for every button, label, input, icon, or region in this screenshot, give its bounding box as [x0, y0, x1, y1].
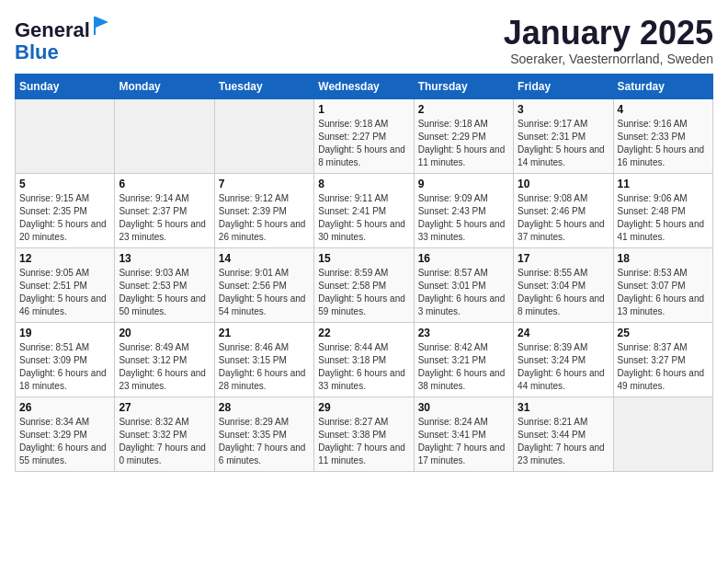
svg-marker-0 — [94, 17, 108, 35]
day-number: 8 — [318, 178, 409, 190]
day-info: Sunrise: 9:11 AM Sunset: 2:41 PM Dayligh… — [318, 192, 409, 244]
day-info: Sunrise: 8:34 AM Sunset: 3:29 PM Dayligh… — [19, 416, 110, 467]
day-number: 5 — [19, 178, 110, 190]
calendar-cell: 15Sunrise: 8:59 AM Sunset: 2:58 PM Dayli… — [314, 247, 414, 322]
day-number: 10 — [518, 178, 609, 190]
calendar-cell: 3Sunrise: 9:17 AM Sunset: 2:31 PM Daylig… — [514, 98, 613, 173]
day-info: Sunrise: 8:46 AM Sunset: 3:15 PM Dayligh… — [219, 341, 310, 393]
page-header: General Blue January 2025 Soeraker, Vaes… — [15, 15, 713, 66]
weekday-header-row: SundayMondayTuesdayWednesdayThursdayFrid… — [16, 74, 713, 98]
logo: General Blue — [15, 15, 114, 63]
day-number: 29 — [318, 401, 409, 414]
calendar-cell: 25Sunrise: 8:37 AM Sunset: 3:27 PM Dayli… — [613, 322, 712, 396]
week-row-5: 26Sunrise: 8:34 AM Sunset: 3:29 PM Dayli… — [16, 396, 713, 471]
calendar-cell: 9Sunrise: 9:09 AM Sunset: 2:43 PM Daylig… — [414, 173, 513, 247]
day-info: Sunrise: 8:29 AM Sunset: 3:35 PM Dayligh… — [219, 416, 310, 467]
day-number: 18 — [618, 252, 709, 265]
week-row-4: 19Sunrise: 8:51 AM Sunset: 3:09 PM Dayli… — [16, 322, 713, 396]
calendar-cell: 27Sunrise: 8:32 AM Sunset: 3:32 PM Dayli… — [115, 396, 214, 471]
day-number: 3 — [518, 103, 609, 116]
day-number: 21 — [219, 327, 310, 339]
day-number: 28 — [219, 401, 310, 414]
calendar-cell: 30Sunrise: 8:24 AM Sunset: 3:41 PM Dayli… — [414, 396, 513, 471]
weekday-header-tuesday: Tuesday — [214, 74, 313, 98]
calendar-table: SundayMondayTuesdayWednesdayThursdayFrid… — [15, 74, 713, 472]
calendar-cell: 18Sunrise: 8:53 AM Sunset: 3:07 PM Dayli… — [613, 247, 712, 322]
day-number: 11 — [618, 178, 709, 190]
day-number: 22 — [318, 327, 409, 339]
day-number: 12 — [19, 252, 110, 265]
day-number: 4 — [618, 103, 709, 116]
day-number: 24 — [518, 327, 609, 339]
day-info: Sunrise: 9:06 AM Sunset: 2:48 PM Dayligh… — [618, 192, 709, 244]
day-number: 13 — [119, 252, 210, 265]
calendar-cell: 4Sunrise: 9:16 AM Sunset: 2:33 PM Daylig… — [613, 98, 712, 173]
week-row-1: 1Sunrise: 9:18 AM Sunset: 2:27 PM Daylig… — [16, 98, 713, 173]
day-info: Sunrise: 9:18 AM Sunset: 2:27 PM Dayligh… — [318, 118, 409, 169]
location: Soeraker, Vaesternorrland, Sweden — [504, 52, 713, 66]
logo-blue: Blue — [15, 40, 59, 63]
day-info: Sunrise: 9:15 AM Sunset: 2:35 PM Dayligh… — [19, 192, 110, 244]
day-info: Sunrise: 8:27 AM Sunset: 3:38 PM Dayligh… — [318, 416, 409, 467]
title-block: January 2025 Soeraker, Vaesternorrland, … — [504, 15, 713, 66]
weekday-header-sunday: Sunday — [16, 74, 115, 98]
day-info: Sunrise: 9:03 AM Sunset: 2:53 PM Dayligh… — [119, 267, 210, 318]
calendar-cell: 31Sunrise: 8:21 AM Sunset: 3:44 PM Dayli… — [514, 396, 613, 471]
day-info: Sunrise: 8:49 AM Sunset: 3:12 PM Dayligh… — [119, 341, 210, 393]
calendar-cell: 1Sunrise: 9:18 AM Sunset: 2:27 PM Daylig… — [314, 98, 414, 173]
calendar-cell: 29Sunrise: 8:27 AM Sunset: 3:38 PM Dayli… — [314, 396, 414, 471]
day-info: Sunrise: 8:24 AM Sunset: 3:41 PM Dayligh… — [418, 416, 509, 467]
day-number: 31 — [518, 401, 609, 414]
month-title: January 2025 — [504, 15, 713, 52]
calendar-cell: 19Sunrise: 8:51 AM Sunset: 3:09 PM Dayli… — [16, 322, 115, 396]
calendar-cell: 6Sunrise: 9:14 AM Sunset: 2:37 PM Daylig… — [115, 173, 214, 247]
day-number: 19 — [19, 327, 110, 339]
calendar-cell: 17Sunrise: 8:55 AM Sunset: 3:04 PM Dayli… — [514, 247, 613, 322]
calendar-cell: 11Sunrise: 9:06 AM Sunset: 2:48 PM Dayli… — [613, 173, 712, 247]
day-number: 25 — [618, 327, 709, 339]
day-info: Sunrise: 8:59 AM Sunset: 2:58 PM Dayligh… — [318, 267, 409, 318]
day-number: 2 — [418, 103, 509, 116]
day-number: 26 — [19, 401, 110, 414]
day-info: Sunrise: 8:57 AM Sunset: 3:01 PM Dayligh… — [418, 267, 509, 318]
calendar-cell — [613, 396, 712, 471]
calendar-cell: 22Sunrise: 8:44 AM Sunset: 3:18 PM Dayli… — [314, 322, 414, 396]
day-number: 16 — [418, 252, 509, 265]
calendar-cell: 7Sunrise: 9:12 AM Sunset: 2:39 PM Daylig… — [214, 173, 313, 247]
day-info: Sunrise: 9:16 AM Sunset: 2:33 PM Dayligh… — [618, 118, 709, 169]
day-info: Sunrise: 8:51 AM Sunset: 3:09 PM Dayligh… — [19, 341, 110, 393]
calendar-cell: 14Sunrise: 9:01 AM Sunset: 2:56 PM Dayli… — [214, 247, 313, 322]
day-info: Sunrise: 8:53 AM Sunset: 3:07 PM Dayligh… — [618, 267, 709, 318]
calendar-cell: 2Sunrise: 9:18 AM Sunset: 2:29 PM Daylig… — [414, 98, 513, 173]
calendar-cell — [115, 98, 214, 173]
calendar-cell: 21Sunrise: 8:46 AM Sunset: 3:15 PM Dayli… — [214, 322, 313, 396]
day-info: Sunrise: 8:55 AM Sunset: 3:04 PM Dayligh… — [518, 267, 609, 318]
calendar-cell: 8Sunrise: 9:11 AM Sunset: 2:41 PM Daylig… — [314, 173, 414, 247]
weekday-header-monday: Monday — [115, 74, 214, 98]
day-number: 7 — [219, 178, 310, 190]
day-number: 9 — [418, 178, 509, 190]
calendar-cell: 26Sunrise: 8:34 AM Sunset: 3:29 PM Dayli… — [16, 396, 115, 471]
calendar-cell — [214, 98, 313, 173]
day-number: 23 — [418, 327, 509, 339]
day-number: 15 — [318, 252, 409, 265]
day-info: Sunrise: 9:18 AM Sunset: 2:29 PM Dayligh… — [418, 118, 509, 169]
day-info: Sunrise: 9:14 AM Sunset: 2:37 PM Dayligh… — [119, 192, 210, 244]
day-info: Sunrise: 8:42 AM Sunset: 3:21 PM Dayligh… — [418, 341, 509, 393]
day-info: Sunrise: 9:17 AM Sunset: 2:31 PM Dayligh… — [518, 118, 609, 169]
calendar-cell: 24Sunrise: 8:39 AM Sunset: 3:24 PM Dayli… — [514, 322, 613, 396]
calendar-cell: 12Sunrise: 9:05 AM Sunset: 2:51 PM Dayli… — [16, 247, 115, 322]
day-info: Sunrise: 9:01 AM Sunset: 2:56 PM Dayligh… — [219, 267, 310, 318]
day-number: 30 — [418, 401, 509, 414]
calendar-cell: 28Sunrise: 8:29 AM Sunset: 3:35 PM Dayli… — [214, 396, 313, 471]
day-number: 14 — [219, 252, 310, 265]
day-number: 27 — [119, 401, 210, 414]
calendar-cell: 13Sunrise: 9:03 AM Sunset: 2:53 PM Dayli… — [115, 247, 214, 322]
day-info: Sunrise: 8:44 AM Sunset: 3:18 PM Dayligh… — [318, 341, 409, 393]
day-number: 6 — [119, 178, 210, 190]
calendar-cell: 16Sunrise: 8:57 AM Sunset: 3:01 PM Dayli… — [414, 247, 513, 322]
day-info: Sunrise: 9:12 AM Sunset: 2:39 PM Dayligh… — [219, 192, 310, 244]
week-row-2: 5Sunrise: 9:15 AM Sunset: 2:35 PM Daylig… — [16, 173, 713, 247]
day-info: Sunrise: 9:08 AM Sunset: 2:46 PM Dayligh… — [518, 192, 609, 244]
calendar-cell: 20Sunrise: 8:49 AM Sunset: 3:12 PM Dayli… — [115, 322, 214, 396]
